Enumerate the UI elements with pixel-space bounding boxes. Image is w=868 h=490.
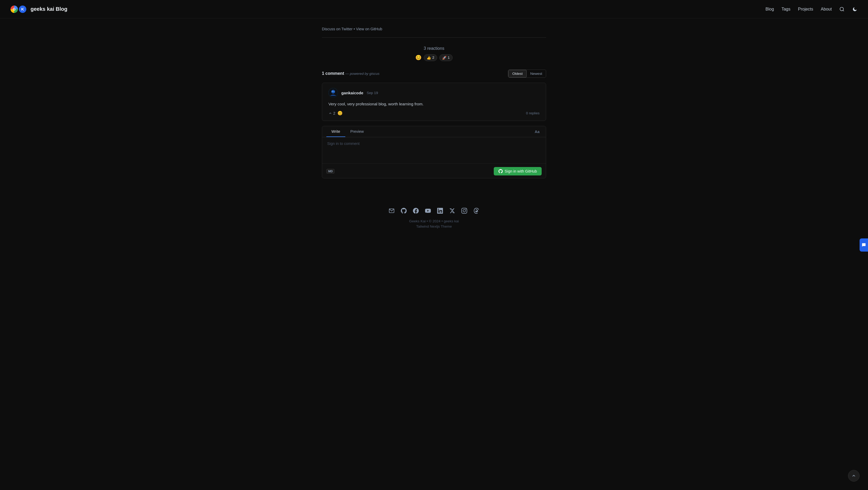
comment-footer-bar: MD Sign in with GitHub bbox=[322, 165, 546, 178]
comments-header: 1 comment — powered by giscus Oldest New… bbox=[322, 69, 546, 78]
thumbsup-reaction-btn[interactable]: 👍 2 bbox=[424, 54, 437, 61]
instagram-icon bbox=[461, 208, 467, 214]
comment-header: gankaicode Sep 19 bbox=[329, 88, 539, 97]
footer: Geeks Kai • © 2024 • geeks kai Tailwind … bbox=[0, 195, 868, 238]
smiley-reaction-btn[interactable]: 😊 bbox=[415, 55, 422, 61]
reactions-title: 3 reactions bbox=[322, 46, 546, 51]
rocket-count: 1 bbox=[448, 56, 450, 60]
discuss-twitter-link[interactable]: Discuss on Twitter bbox=[322, 27, 353, 31]
comment-username: gankaicode bbox=[341, 91, 364, 95]
threads-icon bbox=[473, 208, 479, 214]
comment-actions: 2 😊 bbox=[329, 111, 343, 116]
github-footer-link[interactable] bbox=[401, 208, 407, 215]
side-chat-btn[interactable] bbox=[860, 238, 868, 252]
separator: • bbox=[354, 27, 356, 31]
comment-box: Write Preview Aa MD Sign in with GitHub bbox=[322, 126, 546, 178]
view-github-link[interactable]: View on GitHub bbox=[356, 27, 382, 31]
arrow-up-icon bbox=[851, 473, 856, 478]
scroll-top-btn[interactable] bbox=[848, 470, 860, 482]
site-title: geeks kai Blog bbox=[31, 6, 67, 12]
rocket-reaction-btn[interactable]: 🚀 1 bbox=[439, 54, 453, 61]
sort-oldest-btn[interactable]: Oldest bbox=[508, 70, 526, 78]
site-logo[interactable]: G K bbox=[10, 5, 26, 13]
github-icon bbox=[498, 169, 503, 173]
divider bbox=[322, 37, 546, 38]
youtube-footer-link[interactable] bbox=[425, 208, 431, 215]
logo-g-icon: G bbox=[10, 5, 18, 13]
twitter-x-footer-link[interactable] bbox=[449, 208, 455, 215]
email-footer-link[interactable] bbox=[389, 208, 395, 215]
comment-date: Sep 19 bbox=[367, 91, 378, 95]
sort-buttons: Oldest Newest bbox=[508, 69, 546, 78]
write-tab[interactable]: Write bbox=[327, 126, 345, 137]
chat-icon bbox=[862, 243, 866, 247]
font-size-icon: Aa bbox=[533, 127, 541, 136]
logo-k-icon: K bbox=[19, 5, 26, 13]
rocket-emoji: 🚀 bbox=[442, 56, 446, 60]
avatar-svg bbox=[329, 88, 338, 97]
sort-newest-btn[interactable]: Newest bbox=[527, 70, 546, 78]
footer-theme: Tailwind Nextjs Theme bbox=[4, 225, 864, 228]
reactions-section: 3 reactions 😊 👍 2 🚀 1 bbox=[322, 46, 546, 61]
avatar bbox=[329, 88, 338, 97]
email-icon bbox=[389, 208, 395, 214]
linkedin-icon bbox=[437, 208, 443, 214]
upvote-icon bbox=[329, 111, 332, 115]
dark-mode-toggle[interactable] bbox=[852, 7, 858, 12]
github-footer-icon bbox=[401, 208, 407, 214]
comment-footer: 2 😊 0 replies bbox=[329, 111, 539, 116]
footer-icons bbox=[4, 208, 864, 215]
preview-tab[interactable]: Preview bbox=[345, 126, 369, 137]
facebook-icon bbox=[413, 208, 419, 214]
replies-count: 0 replies bbox=[526, 111, 539, 115]
comment-emoji-btn[interactable]: 😊 bbox=[337, 111, 343, 116]
moon-icon bbox=[852, 7, 858, 12]
facebook-footer-link[interactable] bbox=[413, 208, 419, 215]
sign-in-github-btn[interactable]: Sign in with GitHub bbox=[494, 167, 541, 175]
nav-projects-link[interactable]: Projects bbox=[798, 7, 813, 11]
nav-blog-link[interactable]: Blog bbox=[766, 7, 774, 11]
svg-line-1 bbox=[843, 10, 844, 11]
upvote-btn[interactable]: 2 bbox=[329, 111, 335, 115]
comments-count: 1 comment — powered by giscus bbox=[322, 71, 379, 76]
threads-footer-link[interactable] bbox=[473, 208, 479, 215]
upvote-count: 2 bbox=[333, 111, 335, 115]
comment-body: Very cool, very professional blog, worth… bbox=[329, 101, 539, 107]
nav-tags-link[interactable]: Tags bbox=[781, 7, 790, 11]
comment-count-label: 1 comment bbox=[322, 71, 344, 76]
twitter-x-icon bbox=[449, 208, 455, 214]
nav-right: Blog Tags Projects About bbox=[766, 7, 858, 12]
reactions-row: 😊 👍 2 🚀 1 bbox=[322, 54, 546, 61]
linkedin-footer-link[interactable] bbox=[437, 208, 443, 215]
youtube-icon bbox=[425, 208, 431, 214]
instagram-footer-link[interactable] bbox=[461, 208, 467, 215]
footer-copyright: Geeks Kai • © 2024 • geeks kai bbox=[4, 219, 864, 223]
markdown-icon: MD bbox=[327, 169, 335, 174]
thumbsup-emoji: 👍 bbox=[427, 56, 431, 60]
comment-textarea[interactable] bbox=[322, 137, 546, 164]
thumbsup-count: 2 bbox=[432, 56, 434, 60]
nav-left: G K geeks kai Blog bbox=[10, 5, 67, 13]
nav-about-link[interactable]: About bbox=[821, 7, 832, 11]
search-icon bbox=[839, 7, 844, 12]
comment-card: gankaicode Sep 19 Very cool, very profes… bbox=[322, 83, 546, 121]
search-button[interactable] bbox=[839, 7, 844, 12]
page-content: Discuss on Twitter • View on GitHub 3 re… bbox=[316, 19, 552, 195]
svg-point-0 bbox=[840, 7, 843, 10]
sign-in-label: Sign in with GitHub bbox=[505, 169, 537, 173]
navbar: G K geeks kai Blog Blog Tags Projects Ab… bbox=[0, 0, 868, 19]
top-links: Discuss on Twitter • View on GitHub bbox=[322, 27, 546, 31]
tabs: Write Preview bbox=[327, 126, 369, 137]
tab-bar: Write Preview Aa bbox=[322, 126, 546, 137]
powered-by-label: — powered by giscus bbox=[345, 71, 379, 76]
